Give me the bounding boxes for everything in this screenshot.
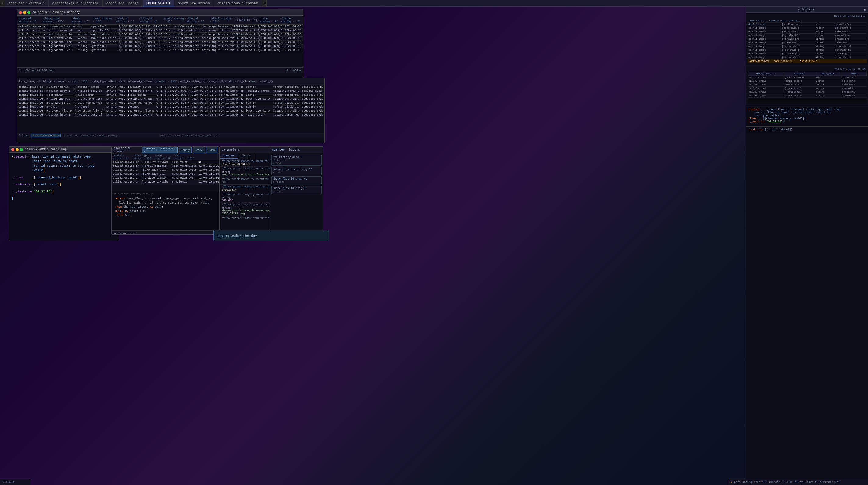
- fn-drag-label[interactable]: :fn-history-drag-5: [273, 156, 320, 159]
- scrubber-status: scrubber: off: [114, 232, 135, 235]
- fn-history-status: 0 rows :fn-history-drag-5 drag from sele…: [17, 133, 324, 138]
- fn-history-table-scroll[interactable]: openai-image-ge:quality-param[:quality-p…: [17, 85, 324, 133]
- tab-queries[interactable]: queries: [220, 153, 238, 159]
- history-code-panel: :select {:base_flow_id :channel :data_ty…: [746, 106, 868, 125]
- channel-history-drag-26-item: :channel-history-drag-26 0 rows: [271, 167, 322, 175]
- channel-table-scroll[interactable]: dalle3-create-im[:open-fn-8/valuemap:ope…: [17, 25, 303, 67]
- memory-value: 1,194MB: [2, 481, 14, 484]
- history-mini-table-1: dalle3-creat[shell-commanmapopen-fn-8/v …: [748, 23, 867, 59]
- col-header-ts: :ts: [252, 19, 257, 22]
- table-row[interactable]: dalle3-create-im[:gradient2:mak·vector:m…: [17, 40, 303, 44]
- sys-stats-label: [sys-stats] :ref: [734, 481, 760, 484]
- drag-items-blocks-tab[interactable]: blocks: [289, 148, 300, 152]
- query-add-code-btn[interactable]: +code: [193, 147, 205, 153]
- block-panel-titlebar[interactable]: :block-2403's panel map: [9, 147, 119, 153]
- tab-electric-blue-alligator[interactable]: electric-blue alligator: [49, 0, 103, 6]
- tab-round-weasel[interactable]: round weasel: [143, 0, 174, 6]
- query-add-view-btn[interactable]: +view: [206, 147, 217, 153]
- queries-views-window: queries & views :channel-history-drag-26…: [111, 146, 219, 235]
- drag-items-panel: queries blocks :fn-history-drag-5 18 fie…: [270, 146, 323, 233]
- drag-items-queries-tab[interactable]: queries: [272, 148, 285, 152]
- channel-table: dalle3-create-im[:open-fn-8/valuemap:ope…: [17, 25, 303, 53]
- aaaaah-title: aaaaah-esday-the-day: [217, 234, 257, 238]
- fn-history-table: openai-image-ge:quality-param[:quality-p…: [17, 85, 324, 117]
- table-row: dalle3-creat[make-data-cvectormake-data: [748, 79, 867, 83]
- table-row[interactable]: openai-image-ge:request-body-m[:request-…: [17, 113, 324, 117]
- tab-meritorious-elephant[interactable]: meritorious elephant: [214, 0, 262, 6]
- history-cols-1: base_flow_...channeldata_typedest: [748, 18, 867, 23]
- maximize-button[interactable]: [27, 11, 30, 14]
- table-row[interactable]: dalle3-create-im[:gradient1/valu:gradien…: [112, 180, 219, 184]
- table-row[interactable]: dalle3-create-im[make-data-col·:make-dat…: [112, 172, 219, 176]
- fn-history-title: base_flow_...: [19, 80, 40, 83]
- channel-history-active-drag[interactable]: :channel-history-drag-26: [142, 147, 178, 153]
- code-line-5: :from [[:channel_history :oo343]]: [12, 175, 116, 180]
- table-row[interactable]: openai-image-ge:quality-param[:quality-p…: [17, 85, 324, 89]
- hc-lastrun: :_last-run "01:32:25"}: [748, 120, 866, 123]
- history-close-icon[interactable]: ✕: [798, 8, 799, 11]
- drag-info-1: drag from select-all-channel_history: [63, 133, 120, 137]
- tab-short-sea-urchin[interactable]: short sea urchin: [175, 0, 214, 6]
- qv-table-scroll[interactable]: dalle3-create-im[:open-fn-8/valu:open-fn…: [112, 160, 219, 191]
- table-row[interactable]: dalle3-create-im[:open-fn-8/valu:open-fn…: [112, 160, 219, 164]
- channel-status-bar: 1 - 201 of 84,623 rows 1 / 424 ▶: [17, 67, 303, 73]
- tab-generator-window-1[interactable]: generator window 1: [5, 0, 49, 6]
- tab-scroll-left[interactable]: ‹: [0, 0, 5, 6]
- table-row[interactable]: dalle3-create-im[:gradient2/valustring:g…: [17, 48, 303, 53]
- ch-drag-label[interactable]: :channel-history-drag-26: [273, 168, 320, 171]
- col-header-end-ts: :end_ts string · 0*: [116, 17, 137, 23]
- param-path-1: :flow/quick-maths-v2>open-fn-3: [222, 160, 271, 163]
- hc-select: :select {:base_flow_id :channel :data_ty…: [748, 108, 866, 111]
- block-max-btn[interactable]: [20, 148, 23, 151]
- tab-scroll-right[interactable]: ›: [262, 0, 267, 6]
- fn-history-drag-5-item: :fn-history-drag-5 18 fields 0 rows: [271, 155, 322, 165]
- table-row[interactable]: dalle3-create-im[:shell-command·map:open…: [17, 29, 303, 33]
- table-row[interactable]: openai-image-ge:size-param[:size-param]s…: [17, 93, 324, 97]
- query-add-query-btn[interactable]: +query: [179, 147, 192, 153]
- table-row[interactable]: openai-image-ge:prompt[:prompt]stringNUL…: [17, 105, 324, 109]
- col-header-end: :end integer · 100*: [93, 17, 114, 23]
- col-header-data-type: :data_type string · 230*: [43, 17, 69, 23]
- tab-blocks[interactable]: blocks: [238, 153, 254, 159]
- fn-history-drag-tag[interactable]: :fn-history-drag-5: [31, 133, 60, 137]
- table-row[interactable]: openai-image-ge:generate-file-p[:generat…: [17, 109, 324, 113]
- bf40-drag-label[interactable]: :base-flow-id-drag-40: [273, 177, 320, 181]
- table-row[interactable]: dalle3-create-im[:open-fn-8/valuemap:ope…: [17, 25, 303, 29]
- param-path-3: :flow/quick-maths-v2>running?: [222, 178, 270, 181]
- ch-drag-rows: 0 rows: [273, 171, 320, 174]
- fn-history-col-channel: :channel string · 203*: [53, 80, 89, 83]
- hc-fields2: :ts :type :value]: [748, 114, 866, 117]
- block-close-btn[interactable]: [11, 148, 14, 151]
- select-all-channel-titlebar[interactable]: select-all-channel_history: [17, 9, 303, 15]
- fn-history-col-flow-id: :flow_id: [191, 80, 204, 83]
- fn-history-col-dtype: :data_type: [90, 80, 106, 83]
- table-row[interactable]: dalle3-create-im[:shell-command·:open-fn…: [112, 164, 219, 168]
- aaaaah-titlebar[interactable]: aaaaah-esday-the-day: [214, 230, 329, 241]
- table-row[interactable]: dalle3-create-im[make-data-colo·vector:m…: [17, 33, 303, 37]
- sessions-info: you have 5 (current: yo): [800, 481, 840, 484]
- bf9-drag-label[interactable]: :base-flow-id-drag-9: [273, 187, 320, 190]
- table-row[interactable]: openai-image-ge:create-png-pat[:create-p…: [17, 97, 324, 101]
- qv-col-dtype: :data_typestring · 230*: [133, 154, 152, 159]
- table-row: openai-image[:generate-fstringgenerate-f…: [748, 48, 867, 52]
- qv-status: scrubber: off: [112, 230, 219, 235]
- history-bottom-code: :order-by [[:start :desc]]}: [746, 126, 868, 133]
- table-row[interactable]: dalle3-create-im[:gradient2:mak·:make-da…: [112, 176, 219, 180]
- table-row[interactable]: dalle3-create-im[make-data-colo·vector:m…: [17, 37, 303, 40]
- minimize-button[interactable]: [23, 11, 26, 14]
- history-entry-code: 2024-02-16 16:42:08 base_flow_...channel…: [746, 66, 868, 105]
- sql-area[interactable]: <= :channel-history-drag-26 SELECT base_…: [112, 191, 219, 230]
- param-path-4: :flow/openai-image-gen>size-param: [222, 185, 276, 188]
- table-row[interactable]: dalle3-create-im[:gradient1/valustring:g…: [17, 44, 303, 48]
- drag-items-scroll[interactable]: :fn-history-drag-5 18 fields 0 rows :cha…: [270, 153, 323, 233]
- block-min-btn[interactable]: [16, 148, 19, 151]
- close-button[interactable]: [19, 11, 22, 14]
- table-row[interactable]: openai-image-ge:base-web-direc[:base-web…: [17, 101, 324, 105]
- table-row: openai-image[:request-bostringrequest-bo…: [748, 56, 867, 59]
- history-resize-icon[interactable]: ⊞: [864, 8, 866, 11]
- table-row[interactable]: openai-image-ge:request-body-m[:request-…: [17, 89, 324, 93]
- history-panel[interactable]: ✕ history ⊞ 2024-02-14 11:21:58 base_flo…: [746, 7, 868, 485]
- tab-great-sea-urchin[interactable]: great sea urchin: [103, 0, 143, 6]
- table-row[interactable]: dalle3-create-im[make-data-colo·:make-da…: [112, 168, 219, 172]
- param-path-5: :flow/openai-image-gen>pop-color: [222, 193, 274, 196]
